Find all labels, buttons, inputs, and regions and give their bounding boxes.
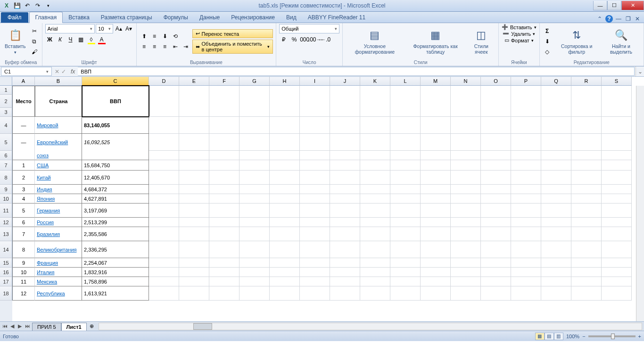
cell[interactable] xyxy=(451,258,481,268)
cell[interactable] xyxy=(481,277,511,286)
cell[interactable] xyxy=(239,241,270,258)
cell-gdp[interactable] xyxy=(82,151,149,160)
cell[interactable] xyxy=(149,86,179,117)
cell[interactable] xyxy=(270,258,300,268)
cell[interactable] xyxy=(149,151,179,160)
cell[interactable] xyxy=(179,194,209,204)
cell-country[interactable]: Республика xyxy=(35,286,82,301)
cell[interactable] xyxy=(390,117,421,134)
cell[interactable] xyxy=(330,268,360,277)
cell[interactable] xyxy=(571,86,602,117)
cell[interactable] xyxy=(481,134,511,151)
cell[interactable] xyxy=(270,227,300,241)
country-link[interactable]: Мексика xyxy=(37,279,57,285)
shrink-font-icon[interactable]: A▾ xyxy=(124,24,133,33)
cell[interactable] xyxy=(421,258,451,268)
undo-icon[interactable]: ↶ xyxy=(23,1,32,10)
cell[interactable] xyxy=(300,241,330,258)
cell[interactable] xyxy=(511,286,541,301)
cell[interactable] xyxy=(421,268,451,277)
page-break-view-icon[interactable]: ▥ xyxy=(554,333,563,340)
cell[interactable] xyxy=(330,204,360,218)
cell[interactable] xyxy=(239,194,270,204)
cell[interactable] xyxy=(481,151,511,160)
cell[interactable] xyxy=(330,117,360,134)
cell-gdp[interactable]: 4,684,372 xyxy=(82,185,149,194)
sheet-last-icon[interactable]: ⏭ xyxy=(24,323,31,329)
cell[interactable] xyxy=(209,218,239,227)
column-header-E[interactable]: E xyxy=(179,77,209,86)
column-header-I[interactable]: I xyxy=(300,77,330,86)
cell[interactable] xyxy=(571,134,602,151)
cell[interactable] xyxy=(511,117,541,134)
row-header[interactable]: 9 xyxy=(0,185,12,194)
cell[interactable] xyxy=(421,277,451,286)
country-link[interactable]: Европейский xyxy=(37,139,68,145)
row-header[interactable]: 7 xyxy=(0,160,12,171)
tab-file[interactable]: Файл xyxy=(1,12,28,23)
maximize-button[interactable]: ☐ xyxy=(607,1,621,10)
currency-icon[interactable]: ₽ xyxy=(279,35,289,44)
cell[interactable] xyxy=(209,160,239,171)
cell[interactable] xyxy=(209,241,239,258)
zoom-out-icon[interactable]: − xyxy=(582,334,585,339)
country-link[interactable]: Бразилия xyxy=(37,231,60,237)
align-middle-icon[interactable]: ≡ xyxy=(150,32,159,41)
cell[interactable] xyxy=(330,86,360,117)
cell[interactable] xyxy=(360,151,390,160)
cell[interactable] xyxy=(390,286,421,301)
cell[interactable] xyxy=(360,117,390,134)
cell[interactable] xyxy=(481,204,511,218)
cell[interactable] xyxy=(571,286,602,301)
row-header[interactable]: 1 xyxy=(0,86,12,95)
cell[interactable] xyxy=(511,194,541,204)
cell[interactable] xyxy=(300,171,330,185)
enter-formula-icon[interactable]: ✓ xyxy=(61,68,66,75)
cell[interactable] xyxy=(149,227,179,241)
cell-gdp[interactable]: 4,627,891 xyxy=(82,194,149,204)
cell[interactable] xyxy=(571,185,602,194)
cell[interactable] xyxy=(239,151,270,160)
cell-country[interactable]: Мексика xyxy=(35,277,82,286)
cell[interactable] xyxy=(451,268,481,277)
cell[interactable] xyxy=(421,204,451,218)
cell[interactable] xyxy=(149,258,179,268)
sort-filter-button[interactable]: ⇅Сортировка и фильтр xyxy=(554,27,600,56)
cell[interactable] xyxy=(481,218,511,227)
cell[interactable] xyxy=(270,86,300,117)
font-color-icon[interactable]: A xyxy=(97,35,107,44)
cell[interactable] xyxy=(270,277,300,286)
formula-input[interactable]: ВВП xyxy=(78,67,635,76)
cell-country[interactable]: союз xyxy=(35,151,82,160)
cell[interactable] xyxy=(209,277,239,286)
country-link[interactable]: Россия xyxy=(37,220,54,225)
cell-place[interactable]: 11 xyxy=(12,277,35,286)
column-header-H[interactable]: H xyxy=(270,77,300,86)
cell-country[interactable]: Германия xyxy=(35,204,82,218)
cell[interactable] xyxy=(239,185,270,194)
cell[interactable] xyxy=(300,286,330,301)
row-header[interactable]: 17 xyxy=(0,277,12,286)
cell[interactable] xyxy=(179,117,209,134)
cell[interactable] xyxy=(360,227,390,241)
cell[interactable] xyxy=(149,160,179,171)
cell[interactable] xyxy=(300,204,330,218)
row-header[interactable]: 5 xyxy=(0,134,12,151)
header-cell-country[interactable]: Страна xyxy=(35,86,82,117)
cell[interactable] xyxy=(602,277,632,286)
underline-button[interactable]: Ч xyxy=(66,35,75,44)
cell[interactable] xyxy=(149,204,179,218)
cell[interactable] xyxy=(541,241,571,258)
cell[interactable] xyxy=(360,277,390,286)
cell[interactable] xyxy=(239,160,270,171)
cell[interactable] xyxy=(239,218,270,227)
find-select-button[interactable]: 🔍Найти и выделить xyxy=(602,27,641,56)
sheet-tab-pril5[interactable]: ПРИЛ 5 xyxy=(32,323,61,331)
mdi-restore-icon[interactable]: ❐ xyxy=(624,15,632,23)
cell[interactable] xyxy=(541,160,571,171)
cell[interactable] xyxy=(390,227,421,241)
cell[interactable] xyxy=(179,227,209,241)
cell[interactable] xyxy=(239,258,270,268)
align-right-icon[interactable]: ≡ xyxy=(160,42,170,51)
cell[interactable] xyxy=(421,227,451,241)
